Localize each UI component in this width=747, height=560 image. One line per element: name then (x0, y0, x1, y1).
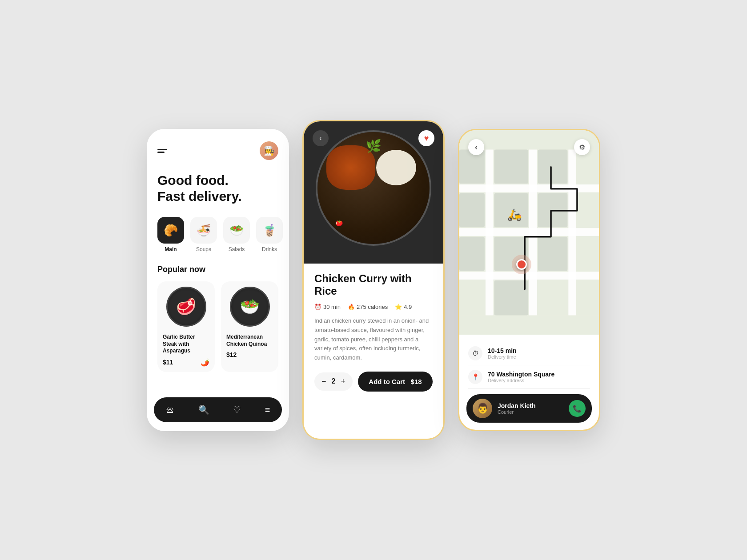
svg-rect-14 (459, 150, 485, 184)
nav-search-icon[interactable]: 🔍 (198, 404, 209, 415)
cat-salads-icon: 🥗 (223, 217, 250, 244)
cat-drinks-label: Drinks (262, 246, 277, 252)
cat-drinks[interactable]: 🧋 Drinks (256, 217, 283, 252)
back-button[interactable]: ‹ (468, 139, 484, 155)
fire-icon: 🔥 (348, 304, 355, 310)
dish-name: Chicken Curry with Rice (314, 272, 433, 297)
quantity-control: − 2 + (314, 372, 353, 391)
nav-orders-icon[interactable]: ≡ (265, 405, 270, 415)
courier-avatar: 👨 (473, 399, 492, 418)
time-icon: ⏱ (468, 346, 482, 360)
p2-detail-section: Chicken Curry with Rice ⏰ 30 min 🔥 275 c… (304, 264, 443, 439)
screens-container: 🧑‍🍳 Good food. Fast delivery. 🥐 Main 🍜 (147, 120, 600, 440)
qty-increase[interactable]: + (341, 377, 345, 386)
rating-value: 4.9 (404, 304, 412, 310)
steak-image: 🥩 (166, 287, 206, 327)
calories-value: 275 calories (357, 304, 388, 310)
time-sublabel: Delivery time (488, 354, 517, 360)
cart-controls: − 2 + Add to Cart $18 (314, 372, 433, 392)
map-section: ‹ ⚙ 🛵 (459, 130, 599, 335)
qty-decrease[interactable]: − (321, 377, 326, 386)
steak-price: $11 (163, 359, 173, 366)
time-value: 30 min (323, 304, 341, 310)
scooter-pin: 🛵 (507, 208, 522, 222)
food-card-quinoa[interactable]: 🥗 Mediterranean Chicken Quinoa $12 (221, 281, 278, 372)
svg-rect-4 (486, 150, 494, 316)
cat-main[interactable]: 🥐 Main (157, 217, 184, 252)
cat-main-icon: 🥐 (157, 217, 184, 244)
favorite-button[interactable]: ♥ (418, 130, 434, 146)
cat-soups[interactable]: 🍜 Soups (190, 217, 217, 252)
delivery-time-row: ⏱ 10-15 min Delivery time (468, 342, 590, 365)
address-label: 70 Washington Square (488, 371, 554, 378)
cart-price: $18 (411, 378, 422, 385)
hero-line1: Good food. (157, 173, 229, 188)
add-to-cart-button[interactable]: Add to Cart $18 (358, 372, 433, 392)
steak-name: Garlic Butter Steak with Asparagus (163, 334, 209, 355)
quinoa-name: Mediterranean Chicken Quinoa (226, 334, 273, 348)
nav-favorites-icon[interactable]: ♡ (233, 404, 241, 415)
calories: 🔥 275 calories (348, 304, 388, 310)
courier-name: Jordan Kieth (498, 402, 536, 409)
chili-badge: 🌶️ (201, 358, 209, 367)
cat-soups-icon: 🍜 (190, 217, 217, 244)
category-list: 🥐 Main 🍜 Soups 🥗 Salads 🧋 Drinks (157, 217, 278, 252)
phone-detail: ‹ ♥ 🌿 🍅 (302, 120, 445, 440)
phone-tracking: ‹ ⚙ 🛵 (458, 129, 600, 431)
dish-meta: ⏰ 30 min 🔥 275 calories ⭐ 4.9 (314, 304, 433, 310)
svg-rect-15 (459, 193, 485, 228)
courier-card: 👨 Jordan Kieth Courier 📞 (466, 394, 592, 423)
settings-icon: ⚙ (579, 143, 585, 152)
quinoa-price: $12 (226, 351, 237, 358)
hero-line2: Fast delivery. (157, 189, 242, 204)
call-button[interactable]: 📞 (569, 400, 586, 417)
star-icon: ⭐ (395, 304, 402, 310)
qty-value: 2 (332, 377, 336, 385)
svg-rect-5 (529, 150, 537, 316)
menu-icon[interactable] (157, 149, 167, 153)
nav-home-icon[interactable]: 🛎 (166, 405, 175, 415)
phone-home: 🧑‍🍳 Good food. Fast delivery. 🥐 Main 🍜 (147, 129, 289, 431)
user-avatar[interactable]: 🧑‍🍳 (260, 141, 278, 160)
cook-time: ⏰ 30 min (314, 304, 341, 310)
dish-description: Indian chicken curry stewed in an onion-… (314, 316, 433, 363)
cat-drinks-icon: 🧋 (256, 217, 283, 244)
svg-rect-6 (568, 150, 576, 316)
map-svg (459, 130, 599, 335)
quinoa-price-row: $12 (226, 351, 273, 358)
svg-rect-11 (538, 150, 568, 184)
courier-role: Courier (498, 409, 536, 415)
delivery-info: ⏱ 10-15 min Delivery time 📍 70 Washingto… (459, 335, 599, 389)
svg-rect-7 (494, 150, 529, 184)
clock-icon: ⏰ (314, 304, 321, 310)
popular-section-title: Popular now (157, 265, 278, 274)
cat-salads-label: Salads (229, 246, 245, 252)
hero-title: Good food. Fast delivery. (157, 172, 278, 204)
quinoa-image: 🥗 (230, 287, 270, 327)
address-sublabel: Delivery address (488, 378, 554, 383)
svg-rect-10 (494, 280, 529, 316)
food-card-steak[interactable]: 🥩 Garlic Butter Steak with Asparagus $11… (157, 281, 215, 372)
cat-soups-label: Soups (196, 246, 211, 252)
steak-price-row: $11 🌶️ (163, 358, 209, 367)
delivery-address-row: 📍 70 Washington Square Delivery address (468, 365, 590, 389)
bottom-navbar: 🛎 🔍 ♡ ≡ (154, 397, 282, 422)
p2-dark-section: ‹ ♥ 🌿 🍅 (304, 121, 443, 264)
cat-main-label: Main (165, 246, 177, 252)
rating: ⭐ 4.9 (395, 304, 412, 310)
svg-rect-16 (459, 237, 485, 271)
settings-button[interactable]: ⚙ (574, 139, 590, 155)
origin-pin (512, 255, 531, 274)
time-label: 10-15 min (488, 347, 517, 354)
food-cards-list: 🥩 Garlic Butter Steak with Asparagus $11… (157, 281, 278, 372)
map-background: ‹ ⚙ 🛵 (459, 130, 599, 335)
add-cart-label: Add to Cart (369, 378, 405, 385)
cat-salads[interactable]: 🥗 Salads (223, 217, 250, 252)
svg-rect-13 (538, 237, 568, 271)
back-button[interactable]: ‹ (313, 130, 329, 146)
p1-header: 🧑‍🍳 (157, 141, 278, 160)
location-icon: 📍 (468, 370, 482, 384)
